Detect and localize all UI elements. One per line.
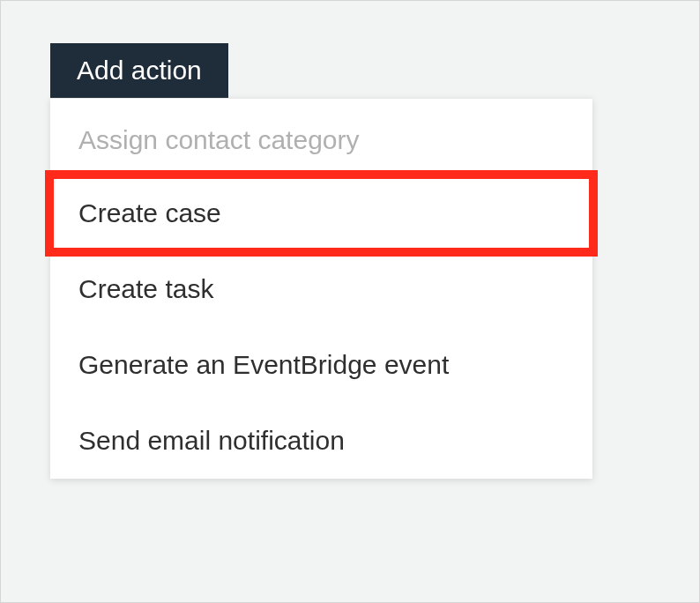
add-action-button[interactable]: Add action [50, 43, 228, 98]
menu-item-create-case[interactable]: Create case [50, 175, 592, 251]
add-action-dropdown: Add action Assign contact category Creat… [50, 43, 592, 479]
menu-item-create-task[interactable]: Create task [50, 251, 592, 327]
menu-item-generate-eventbridge-event[interactable]: Generate an EventBridge event [50, 327, 592, 403]
menu-item-assign-contact-category: Assign contact category [50, 99, 592, 175]
action-menu: Assign contact category Create case Crea… [50, 98, 592, 479]
menu-item-send-email-notification[interactable]: Send email notification [50, 403, 592, 479]
